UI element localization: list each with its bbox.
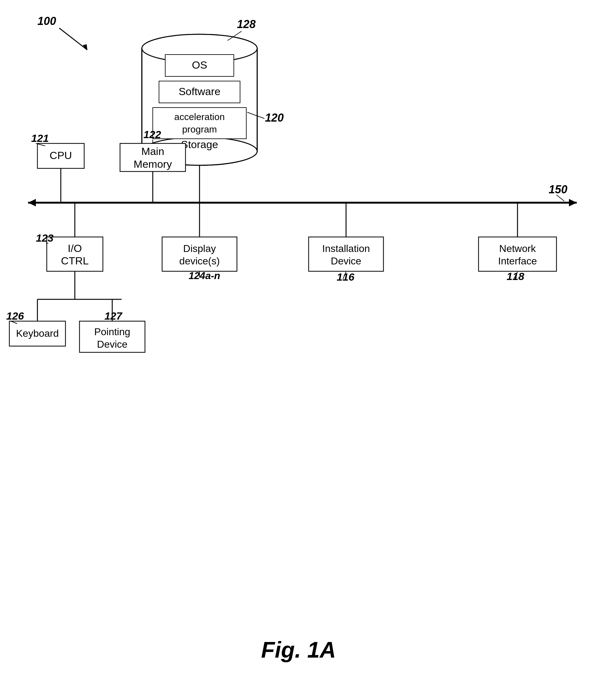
diagram-container: 100 128 OS Software acceleration program xyxy=(0,0,597,530)
ref-126: 126 xyxy=(6,310,24,322)
network-label-1: Network xyxy=(499,243,536,254)
install-label-1: Installation xyxy=(322,243,370,254)
io-ctrl-label-2: CTRL xyxy=(61,255,89,267)
storage-label: Storage xyxy=(181,139,218,150)
cpu-label: CPU xyxy=(50,149,72,161)
ref-123: 123 xyxy=(36,232,54,244)
svg-marker-17 xyxy=(569,199,577,206)
display-label-2: device(s) xyxy=(179,255,220,267)
os-label: OS xyxy=(192,59,207,71)
pointing-label-2: Device xyxy=(97,339,127,350)
main-mem-label-1: Main xyxy=(141,145,164,157)
keyboard-label: Keyboard xyxy=(16,328,59,339)
pointing-label-1: Pointing xyxy=(94,326,130,338)
figure-label: Fig. 1A xyxy=(261,637,336,662)
ref-150: 150 xyxy=(549,183,567,196)
accel-label-2: program xyxy=(182,124,217,134)
svg-line-18 xyxy=(556,195,564,201)
ref-124: 124a-n xyxy=(189,270,220,281)
install-label-2: Device xyxy=(331,255,361,267)
ref-120: 120 xyxy=(265,111,284,124)
io-ctrl-label-1: I/O xyxy=(68,242,82,254)
svg-marker-16 xyxy=(28,199,36,206)
ref-128: 128 xyxy=(237,18,256,30)
ref-100: 100 xyxy=(38,15,56,27)
svg-line-0 xyxy=(59,28,87,50)
network-label-2: Interface xyxy=(498,255,537,267)
accel-label-1: acceleration xyxy=(174,111,225,122)
ref-127: 127 xyxy=(104,310,123,322)
main-mem-label-2: Memory xyxy=(134,158,172,170)
software-label: Software xyxy=(179,85,220,97)
display-label-1: Display xyxy=(183,243,216,254)
ref-122: 122 xyxy=(143,128,161,140)
ref-121: 121 xyxy=(31,132,49,144)
